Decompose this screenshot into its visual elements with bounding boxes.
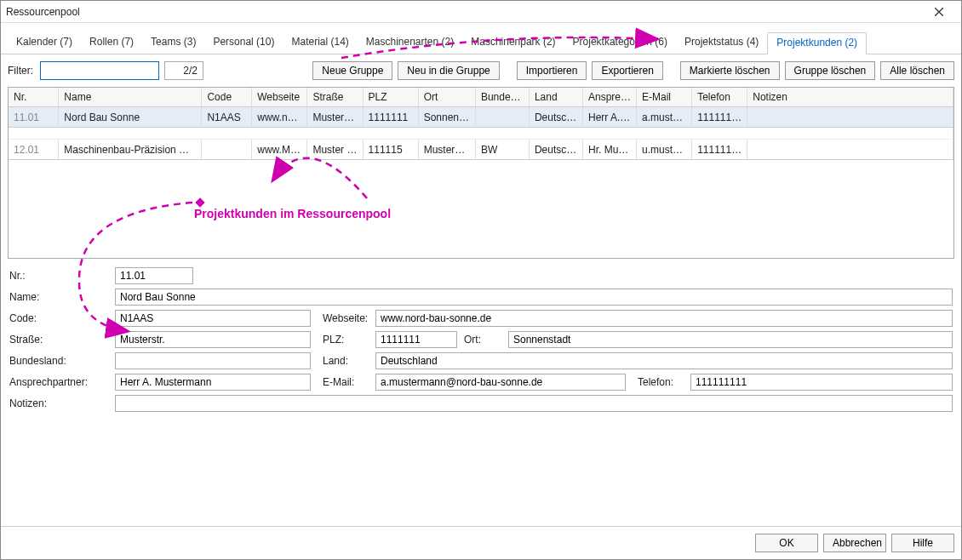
field-bl[interactable]	[115, 352, 311, 369]
col-header[interactable]: Ort	[418, 88, 475, 107]
cell-ansp: Hr. Must...	[582, 140, 636, 160]
col-header[interactable]: Bundesl...	[475, 88, 529, 107]
label-str: Straße:	[9, 334, 108, 346]
field-nr[interactable]	[115, 267, 193, 284]
cell-plz: 111115	[363, 140, 418, 160]
cell-code	[202, 140, 252, 160]
field-ansp[interactable]	[115, 374, 311, 391]
toolbar: Filter: 2/2 Neue Gruppe Neu in die Grupp…	[1, 54, 961, 87]
label-email: E-Mail:	[318, 376, 369, 388]
tab-teams-3-[interactable]: Teams (3)	[142, 32, 204, 54]
label-bl: Bundesland:	[9, 355, 108, 367]
label-plz: PLZ:	[318, 334, 369, 346]
field-email[interactable]	[375, 374, 626, 391]
label-tel: Telefon:	[633, 376, 684, 388]
cell-notizen	[747, 107, 953, 128]
cell-nr: 12.01	[9, 140, 59, 160]
field-name[interactable]	[115, 289, 953, 306]
cell-bl: BW	[475, 140, 529, 160]
help-button[interactable]: Hilfe	[891, 534, 954, 552]
table-row[interactable]: 11.01Nord Bau SonneN1AASwww.nor...Muster…	[9, 107, 953, 128]
cell-plz: 1111111	[363, 107, 418, 128]
cell-name: Nord Bau Sonne	[59, 107, 202, 128]
tab-material-14-[interactable]: Material (14)	[283, 32, 357, 54]
filter-label: Filter:	[8, 65, 33, 77]
cell-nr: 11.01	[9, 107, 59, 128]
label-notizen: Notizen:	[9, 397, 108, 409]
delete-all-button[interactable]: Alle löschen	[880, 61, 954, 80]
delete-group-button[interactable]: Gruppe löschen	[785, 61, 876, 80]
tab-kalender-7-[interactable]: Kalender (7)	[8, 32, 81, 54]
cell-str: Musterstr.	[307, 107, 363, 128]
cell-notizen	[747, 140, 953, 160]
field-notizen[interactable]	[115, 395, 953, 412]
field-ort[interactable]	[508, 331, 953, 348]
field-code[interactable]	[115, 310, 311, 327]
cell-name: Maschinenbau-Präzision GmbH	[59, 140, 202, 160]
detail-form: Nr.: Name: Code: Webseite: Straße: PLZ: …	[1, 259, 961, 416]
cell-land: Deutschl...	[529, 107, 582, 128]
field-plz[interactable]	[375, 331, 457, 348]
col-header[interactable]: Land	[529, 88, 582, 107]
row-count: 2/2	[164, 61, 203, 80]
dialog-footer: OK Abbrechen Hilfe	[1, 526, 961, 559]
label-name: Name:	[9, 291, 108, 303]
close-button[interactable]	[922, 3, 956, 21]
cell-tel: 1111111...	[692, 140, 747, 160]
label-web: Webseite:	[318, 312, 369, 324]
cell-web: www.Mu...	[252, 140, 307, 160]
col-header[interactable]: Name	[59, 88, 202, 107]
cell-ansp: Herr A. ...	[582, 107, 636, 128]
label-code: Code:	[9, 312, 108, 324]
new-in-group-button[interactable]: Neu in die Gruppe	[398, 61, 499, 80]
col-header[interactable]: E-Mail	[637, 88, 692, 107]
col-header[interactable]: PLZ	[363, 88, 418, 107]
window-title: Ressourcenpool	[6, 6, 922, 18]
tab-maschinenpark-2-[interactable]: Maschinenpark (2)	[462, 32, 564, 54]
field-web[interactable]	[375, 310, 953, 327]
cell-web: www.nor...	[252, 107, 307, 128]
cell-ort: Musterst...	[418, 140, 475, 160]
tab-projektkategorien-6-[interactable]: Projektkategorien (6)	[564, 32, 676, 54]
import-button[interactable]: Importieren	[517, 61, 587, 80]
tab-projektstatus-4-[interactable]: Projektstatus (4)	[676, 32, 767, 54]
filter-input[interactable]	[40, 61, 159, 80]
cell-ort: Sonnens...	[418, 107, 475, 128]
annotation-text: Projektkunden im Ressourcenpool	[194, 207, 391, 220]
tab-personal-10-[interactable]: Personal (10)	[204, 32, 283, 54]
cell-tel: 1111111...	[692, 107, 747, 128]
col-header[interactable]: Notizen	[747, 88, 953, 107]
label-ansp: Ansprechpartner:	[9, 376, 108, 388]
tab-rollen-7-[interactable]: Rollen (7)	[81, 32, 142, 54]
window: Ressourcenpool Kalender (7)Rollen (7)Tea…	[0, 0, 962, 560]
tab-maschinenarten-2-[interactable]: Maschinenarten (2)	[358, 32, 462, 54]
cell-str: Muster S...	[307, 140, 363, 160]
cancel-button[interactable]: Abbrechen	[823, 534, 886, 552]
export-button[interactable]: Exportieren	[592, 61, 662, 80]
table-row[interactable]: 12.01Maschinenbau-Präzision GmbHwww.Mu..…	[9, 140, 953, 160]
cell-land: Deutschl...	[529, 140, 582, 160]
label-nr: Nr.:	[9, 270, 108, 282]
field-str[interactable]	[115, 331, 311, 348]
col-header[interactable]: Nr.	[9, 88, 59, 107]
cell-bl	[475, 107, 529, 128]
delete-marked-button[interactable]: Markierte löschen	[680, 61, 780, 80]
ok-button[interactable]: OK	[755, 534, 818, 552]
label-land: Land:	[318, 355, 369, 367]
new-group-button[interactable]: Neue Gruppe	[312, 61, 392, 80]
tabstrip: Kalender (7)Rollen (7)Teams (3)Personal …	[1, 26, 961, 54]
data-grid[interactable]: Nr.NameCodeWebseiteStraßePLZOrtBundesl..…	[8, 87, 954, 259]
col-header[interactable]: Code	[202, 88, 252, 107]
field-tel[interactable]	[690, 374, 953, 391]
col-header[interactable]: Webseite	[252, 88, 307, 107]
label-ort: Ort:	[464, 334, 501, 346]
field-land[interactable]	[375, 352, 953, 369]
cell-code: N1AAS	[202, 107, 252, 128]
tab-projektkunden-2-[interactable]: Projektkunden (2)	[767, 32, 867, 54]
col-header[interactable]: Telefon	[692, 88, 747, 107]
col-header[interactable]: Straße	[307, 88, 363, 107]
col-header[interactable]: Ansprec...	[582, 88, 636, 107]
cell-email: a.muster...	[637, 107, 692, 128]
close-icon	[935, 8, 943, 16]
cell-email: u.muster...	[637, 140, 692, 160]
